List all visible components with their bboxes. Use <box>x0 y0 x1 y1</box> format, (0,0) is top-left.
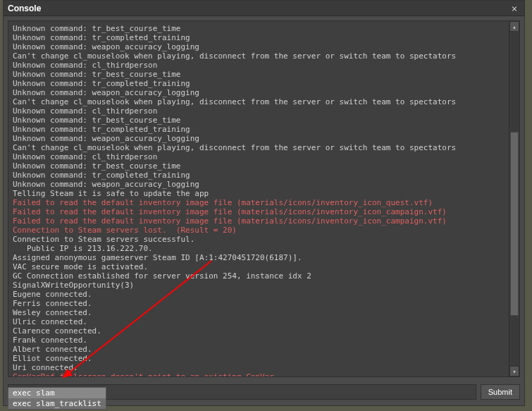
console-line: Unknown command: cl_thirdperson <box>13 106 504 116</box>
console-window: Console × Unknown command: tr_best_cours… <box>3 0 525 406</box>
scroll-thumb[interactable] <box>510 132 519 316</box>
scroll-down-arrow-icon[interactable]: ▾ <box>509 366 519 376</box>
console-line: Unknown command: weapon_accuracy_logging <box>13 180 504 189</box>
console-line: Eugene connected. <box>13 290 504 299</box>
console-line: Unknown command: tr_best_course_time <box>13 161 504 171</box>
console-line: Ferris connected. <box>13 299 504 308</box>
scroll-track[interactable] <box>509 32 519 366</box>
console-line: Unknown command: weapon_accuracy_logging <box>13 134 504 143</box>
console-line: Assigned anonymous gameserver Steam ID [… <box>13 253 504 262</box>
console-line: Unknown command: tr_best_course_time <box>13 116 504 125</box>
console-line: ConVarRef fullscreen doesn't point to an… <box>13 372 504 377</box>
window-title: Console <box>8 4 41 13</box>
console-line: SignalXWriteOpportunity(3) <box>13 281 504 290</box>
console-line: Failed to read the default inventory ima… <box>13 198 504 207</box>
console-line: Can't change cl_mouselook when playing, … <box>13 97 504 106</box>
console-line: Albert connected. <box>13 345 504 354</box>
console-line: Unknown command: tr_best_course_time <box>13 24 504 33</box>
console-line: Unknown command: tr_completed_training <box>13 125 504 134</box>
autocomplete-item[interactable]: exec slam_tracklist <box>8 398 106 409</box>
submit-button[interactable]: Submit <box>481 384 520 400</box>
console-line: Unknown command: cl_thirdperson <box>13 152 504 161</box>
autocomplete-popup[interactable]: exec slamexec slam_tracklist <box>8 387 106 410</box>
console-line: GC Connection established for server ver… <box>13 271 504 281</box>
console-line: VAC secure mode is activated. <box>13 262 504 271</box>
console-line: Uri connected. <box>13 363 504 372</box>
scroll-up-arrow-icon[interactable]: ▴ <box>509 21 519 32</box>
console-line: Frank connected. <box>13 336 504 345</box>
console-line: Unknown command: tr_completed_training <box>13 79 504 88</box>
console-line: Can't change cl_mouselook when playing, … <box>13 143 504 152</box>
close-icon[interactable]: × <box>509 3 520 14</box>
console-line: Unknown command: cl_thirdperson <box>13 61 504 70</box>
console-line: Unknown command: tr_completed_training <box>13 171 504 180</box>
title-bar: Console × <box>4 1 524 16</box>
console-line: Wesley connected. <box>13 308 504 317</box>
console-output-text[interactable]: Unknown command: tr_best_course_timeUnkn… <box>8 21 508 376</box>
console-line: Unknown command: weapon_accuracy_logging <box>13 88 504 97</box>
console-line: Clarence connected. <box>13 326 504 336</box>
console-line: Unknown command: weapon_accuracy_logging <box>13 42 504 51</box>
autocomplete-item[interactable]: exec slam <box>8 388 106 398</box>
console-line: Telling Steam it is safe to update the a… <box>13 189 504 198</box>
console-line: Connection to Steam servers lost. (Resul… <box>13 226 504 235</box>
console-line: Failed to read the default inventory ima… <box>13 207 504 216</box>
console-line: Ulric connected. <box>13 317 504 326</box>
console-line: Can't change cl_mouselook when playing, … <box>13 51 504 61</box>
scrollbar[interactable]: ▴ ▾ <box>509 21 519 376</box>
console-line: Public IP is 213.16.222.70. <box>13 244 504 253</box>
console-line: Connection to Steam servers successful. <box>13 235 504 244</box>
console-output: Unknown command: tr_best_course_timeUnkn… <box>8 20 520 377</box>
console-line: Elliot connected. <box>13 354 504 363</box>
console-line: Failed to read the default inventory ima… <box>13 216 504 226</box>
console-line: Unknown command: tr_best_course_time <box>13 70 504 79</box>
console-line: Unknown command: tr_completed_training <box>13 33 504 42</box>
